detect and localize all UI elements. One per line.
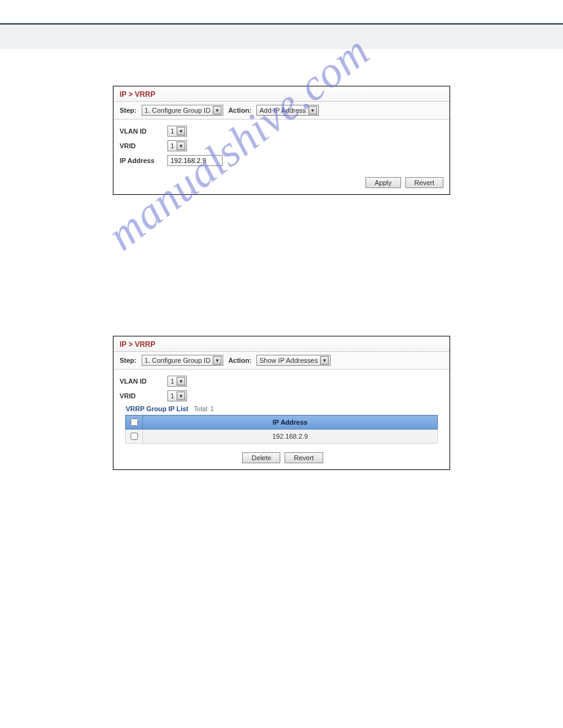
panel-title: IP > VRRP (113, 86, 450, 102)
revert-button[interactable]: Revert (285, 452, 323, 463)
select-all-checkbox[interactable] (131, 419, 138, 426)
vrid-label: VRID (120, 142, 167, 150)
button-bar: Delete Revert (113, 447, 450, 469)
chevron-down-icon: ▼ (177, 377, 185, 385)
chevron-down-icon: ▼ (213, 106, 221, 115)
chevron-down-icon: ▼ (308, 106, 317, 115)
chevron-down-icon: ▼ (213, 356, 221, 365)
step-action-row: Step: 1. Configure Group ID ▼ Action: Ad… (113, 102, 450, 119)
ip-address-input[interactable] (167, 155, 223, 166)
action-label: Action: (228, 357, 251, 364)
chevron-down-icon: ▼ (177, 142, 185, 150)
form-body: VLAN ID 1 ▼ VRID 1 ▼ IP Address (113, 119, 450, 173)
action-select-value: Add IP Address (259, 107, 306, 114)
vrid-value: 1 (170, 142, 174, 150)
vlan-id-label: VLAN ID (120, 127, 167, 135)
vlan-id-value: 1 (170, 127, 174, 135)
list-heading: VRRP Group IP List (126, 405, 188, 412)
row-checkbox[interactable] (131, 433, 138, 440)
step-label: Step: (120, 107, 137, 114)
row-checkbox-cell (126, 430, 143, 444)
list-total: Total: 1 (194, 406, 213, 412)
vlan-id-label: VLAN ID (120, 377, 167, 385)
chevron-down-icon: ▼ (177, 392, 185, 400)
step-select-value: 1. Configure Group ID (145, 357, 211, 364)
step-label: Step: (120, 357, 137, 364)
vrid-select[interactable]: 1 ▼ (167, 390, 187, 401)
select-all-header (126, 415, 143, 430)
table-row: 192.168.2.9 (126, 430, 438, 444)
row-ip-cell: 192.168.2.9 (143, 430, 438, 444)
panel-add-ip: IP > VRRP Step: 1. Configure Group ID ▼ … (113, 86, 450, 195)
ip-address-label: IP Address (120, 157, 167, 164)
form-body: VLAN ID 1 ▼ VRID 1 ▼ VRRP Group IP List … (113, 370, 450, 447)
header-band (0, 25, 563, 49)
action-label: Action: (228, 107, 251, 114)
vrid-select[interactable]: 1 ▼ (167, 140, 187, 151)
vlan-id-select[interactable]: 1 ▼ (167, 126, 187, 137)
revert-button[interactable]: Revert (405, 177, 443, 188)
chevron-down-icon: ▼ (320, 356, 329, 365)
action-select[interactable]: Show IP Addresses ▼ (256, 355, 331, 366)
panel-title: IP > VRRP (113, 336, 450, 352)
apply-button[interactable]: Apply (366, 177, 401, 188)
vlan-id-select[interactable]: 1 ▼ (167, 376, 187, 387)
vlan-id-value: 1 (170, 377, 174, 385)
step-select-value: 1. Configure Group ID (145, 107, 211, 114)
vrid-value: 1 (170, 392, 174, 400)
panel-show-ip: IP > VRRP Step: 1. Configure Group ID ▼ … (113, 336, 450, 470)
action-select[interactable]: Add IP Address ▼ (256, 105, 319, 116)
button-bar: Apply Revert (113, 173, 450, 194)
delete-button[interactable]: Delete (242, 452, 280, 463)
action-select-value: Show IP Addresses (259, 357, 318, 364)
ip-table: IP Address 192.168.2.9 (125, 415, 438, 444)
step-action-row: Step: 1. Configure Group ID ▼ Action: Sh… (113, 352, 450, 370)
step-select[interactable]: 1. Configure Group ID ▼ (142, 355, 224, 366)
chevron-down-icon: ▼ (177, 127, 185, 135)
step-select[interactable]: 1. Configure Group ID ▼ (142, 105, 224, 116)
vrid-label: VRID (120, 392, 167, 400)
ip-column-header: IP Address (143, 415, 438, 430)
